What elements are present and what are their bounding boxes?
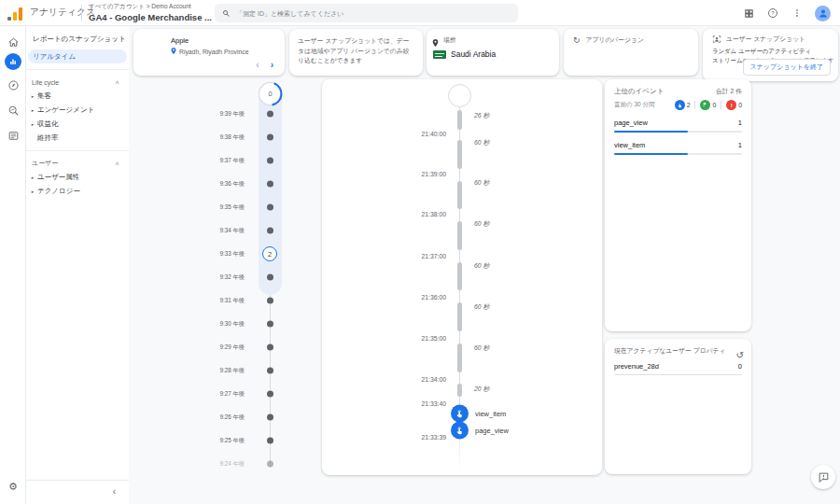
expand-arrow-icon: ▸ (28, 175, 37, 180)
duration-segment (457, 343, 462, 372)
stream-event-row[interactable]: view_item (451, 405, 506, 423)
duration-segment (457, 221, 462, 250)
app-header: アナリティクス すべてのアカウント > Demo Account GA4 - G… (0, 0, 840, 26)
library-icon (7, 130, 20, 142)
top-events-table: page_view 1 view_item 1 (605, 117, 751, 155)
sidebar-item[interactable]: ▸ 維持率 (26, 131, 129, 145)
admin-gear-icon[interactable]: ⚙ (0, 481, 26, 493)
help-icon[interactable]: ? (766, 7, 779, 20)
nav-home[interactable] (0, 32, 26, 52)
report-sidebar: レポートのスナップショット リアルタイム Life cycle ∧ ▸ 集客 ▸… (26, 26, 129, 504)
minute-dot-icon (267, 321, 273, 328)
history-icon[interactable]: ↺ (736, 351, 744, 360)
section-user[interactable]: ユーザー ∧ (26, 157, 129, 170)
prev-device-icon[interactable]: ‹ (256, 60, 259, 70)
duration-label: 60 秒 (474, 219, 489, 229)
header-actions: ? (742, 0, 831, 26)
logo-bar (19, 7, 22, 21)
minute-label: 9:34 午後 (215, 227, 245, 235)
property-row[interactable]: prevenue_28d 0 (605, 361, 751, 375)
nav-rail: ⚙ (0, 26, 26, 504)
user-snapshot-title: ユーザー スナップショット (726, 35, 805, 44)
tap-event-icon (675, 100, 685, 110)
logo-bar (7, 17, 11, 21)
sidebar-item-label: 維持率 (37, 133, 59, 143)
user-avatar[interactable] (815, 6, 831, 21)
section-lifecycle[interactable]: Life cycle ∧ (26, 76, 129, 89)
duration-label: 60 秒 (474, 138, 489, 147)
next-device-icon[interactable]: › (271, 60, 273, 70)
event-bar (614, 131, 742, 133)
reports-icon (5, 53, 21, 70)
minute-dot-icon (267, 181, 273, 188)
event-count: 1 (738, 141, 742, 149)
stream-timestamp: 21:35:00 (322, 335, 446, 342)
minute-label: 9:38 午後 (215, 133, 245, 142)
duration-label: 26 秒 (474, 111, 489, 120)
duration-segment (457, 181, 462, 209)
minute-dot-icon (267, 414, 273, 421)
kebab-menu-icon[interactable] (791, 7, 804, 20)
sidebar-item-realtime[interactable]: リアルタイム (28, 49, 127, 63)
nav-advertising[interactable] (0, 100, 26, 120)
property-name: prevenue_28d (614, 362, 659, 371)
top-events-subtitle: 直前の 30 分間 (614, 101, 655, 109)
search-input[interactable] (236, 10, 511, 17)
stream-timestamp: 21:33:39 (322, 434, 446, 441)
sidebar-item[interactable]: ▸ ユーザー属性 (26, 170, 129, 184)
expand-arrow-icon: ▸ (28, 121, 37, 127)
nav-explore[interactable] (0, 75, 26, 95)
user-properties-card: 現在アクティブなユーザー プロパティ ↺ prevenue_28d 0 (605, 339, 751, 474)
sidebar-item-report-snapshot[interactable]: レポートのスナップショット (26, 32, 129, 46)
event-row[interactable]: page_view 1 (605, 117, 751, 133)
stream-event-row[interactable]: page_view (451, 422, 509, 440)
device-filter-card: Apple Riyadh, Riyadh Province ‹ › (133, 29, 285, 76)
count-value: 0 (712, 102, 716, 108)
device-pagination: ‹ › (256, 60, 273, 70)
sidebar-item[interactable]: ▸ 収益化 (26, 117, 129, 131)
conversion-flag-icon (700, 100, 710, 110)
divider (694, 101, 695, 109)
tap-event-icon (451, 422, 469, 440)
nav-reports[interactable] (0, 51, 26, 72)
sidebar-item[interactable]: ▸ エンゲージメント (26, 103, 129, 117)
divider (26, 150, 129, 151)
section-title: ユーザー (32, 159, 58, 168)
collapse-sidebar-icon[interactable]: ‹ (113, 486, 116, 497)
exit-snapshot-button[interactable]: スナップショットを終了 (743, 59, 831, 76)
chevron-up-icon: ∧ (115, 160, 119, 168)
event-row[interactable]: view_item 1 (605, 139, 751, 155)
minute-label: 9:26 午後 (215, 413, 245, 422)
duration-label: 60 秒 (474, 343, 489, 353)
top-events-card: 上位のイベント 合計 2 件 直前の 30 分間 2 0 (605, 79, 751, 331)
analytics-logo-icon[interactable] (7, 7, 24, 21)
breadcrumb[interactable]: すべてのアカウント > Demo Account (89, 3, 219, 11)
sidebar-item-label: テクノロジー (37, 187, 80, 196)
duration-segment (457, 110, 462, 130)
feedback-bubble-icon (818, 471, 830, 483)
duration-segment (457, 384, 462, 397)
device-name: Apple (171, 36, 189, 45)
snapshot-note-card: ユーザー スナップショットでは、データは地域やアプリ バージョンでのみ絞り込むこ… (289, 29, 423, 76)
property-name: GA4 - Google Merchandise ... (89, 12, 212, 22)
stream-timestamp: 21:34:00 (322, 376, 446, 383)
nav-library[interactable] (0, 125, 26, 146)
duration-label: 60 秒 (474, 302, 489, 312)
minute-label: 9:31 午後 (215, 297, 245, 305)
app-version-card: ↻ アプリのバージョン (564, 29, 698, 76)
count-value: 2 (687, 102, 691, 108)
explore-icon (7, 79, 20, 91)
minute-label: 9:32 午後 (215, 273, 245, 282)
search-bar[interactable] (215, 4, 518, 22)
lifecycle-items: ▸ 集客 ▸ エンゲージメント ▸ 収益化 ▸ 維持率 (26, 89, 129, 145)
property-selector[interactable]: GA4 - Google Merchandise ... ▾ (89, 12, 219, 22)
sidebar-item[interactable]: ▸ テクノロジー (26, 184, 129, 198)
expand-arrow-icon: ▸ (28, 93, 37, 99)
feedback-button[interactable] (811, 465, 835, 489)
event-count: 1 (738, 119, 742, 127)
sidebar-item[interactable]: ▸ 集客 (26, 89, 129, 103)
saudi-arabia-flag-icon (433, 50, 446, 59)
header-divider (81, 5, 82, 21)
divider (721, 101, 721, 109)
grid-apps-icon[interactable] (742, 7, 755, 20)
